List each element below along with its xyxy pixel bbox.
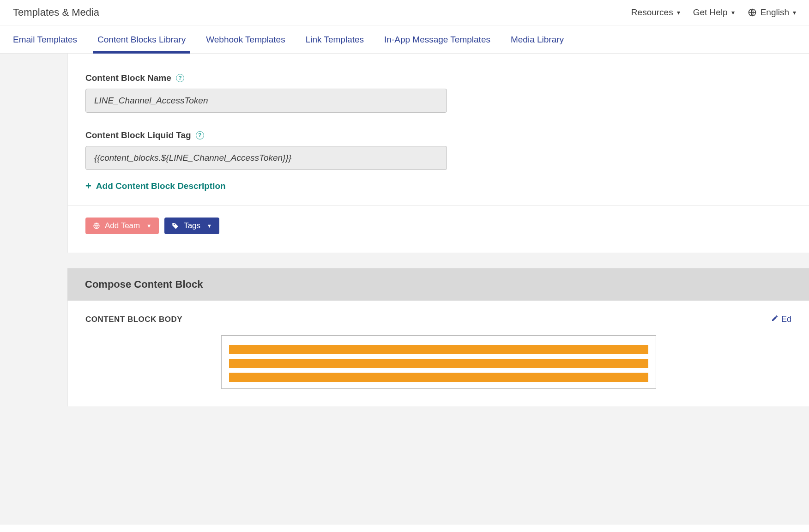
add-description-label: Add Content Block Description — [96, 181, 226, 191]
plus-icon: + — [85, 180, 91, 192]
compose-body-row: CONTENT BLOCK BODY Ed — [85, 314, 791, 324]
liquid-field-label-row: Content Block Liquid Tag ? — [85, 130, 204, 140]
liquid-tag-input[interactable]: {{content_blocks.${LINE_Channel_AccessTo… — [85, 146, 447, 170]
tab-in-app-message-templates[interactable]: In-App Message Templates — [384, 25, 490, 53]
redacted-line — [229, 373, 648, 382]
content-block-form: Content Block Name ? LINE_Channel_Access… — [67, 54, 809, 205]
redacted-line — [229, 345, 648, 354]
content-preview[interactable] — [221, 335, 656, 389]
caret-down-icon: ▼ — [146, 223, 151, 229]
get-help-menu[interactable]: Get Help ▾ — [693, 7, 735, 18]
tab-media-library[interactable]: Media Library — [511, 25, 564, 53]
help-icon[interactable]: ? — [176, 74, 184, 82]
add-team-label: Add Team — [105, 221, 140, 230]
name-field-label: Content Block Name — [85, 73, 171, 83]
page-title: Templates & Media — [13, 6, 99, 18]
caret-down-icon: ▼ — [207, 223, 212, 229]
chevron-down-icon: ▾ — [677, 9, 680, 16]
name-field-label-row: Content Block Name ? — [85, 73, 184, 83]
help-icon[interactable]: ? — [196, 131, 204, 139]
tab-webhook-templates[interactable]: Webhook Templates — [206, 25, 285, 53]
compose-heading: Compose Content Block — [67, 268, 809, 301]
add-description-button[interactable]: + Add Content Block Description — [85, 180, 226, 192]
tags-label: Tags — [184, 221, 200, 230]
compose-body: CONTENT BLOCK BODY Ed — [67, 301, 809, 406]
globe-icon — [93, 222, 100, 230]
content-block-body-label: CONTENT BLOCK BODY — [85, 315, 182, 324]
tab-email-templates[interactable]: Email Templates — [13, 25, 77, 53]
edit-label: Ed — [781, 314, 791, 324]
add-team-button[interactable]: Add Team ▼ — [85, 218, 159, 234]
tabs-bar: Email Templates Content Blocks Library W… — [0, 25, 809, 54]
topbar: Templates & Media Resources ▾ Get Help ▾… — [0, 0, 809, 25]
name-input[interactable]: LINE_Channel_AccessToken — [85, 89, 447, 113]
redacted-line — [229, 359, 648, 368]
topbar-right: Resources ▾ Get Help ▾ English ▾ — [631, 7, 796, 18]
liquid-field-label: Content Block Liquid Tag — [85, 130, 191, 140]
globe-icon — [748, 8, 757, 17]
resources-label: Resources — [631, 7, 673, 18]
edit-button[interactable]: Ed — [771, 314, 791, 324]
tab-content-blocks-library[interactable]: Content Blocks Library — [97, 25, 186, 53]
chevron-down-icon: ▾ — [793, 9, 796, 16]
language-menu[interactable]: English ▾ — [748, 7, 796, 18]
pencil-icon — [771, 314, 779, 324]
language-label: English — [761, 7, 789, 18]
page-body: Content Block Name ? LINE_Channel_Access… — [0, 54, 809, 525]
resources-menu[interactable]: Resources ▾ — [631, 7, 680, 18]
tab-link-templates[interactable]: Link Templates — [306, 25, 364, 53]
toolbar-row: Add Team ▼ Tags ▼ — [67, 205, 809, 253]
chevron-down-icon: ▾ — [731, 9, 735, 16]
tag-icon — [172, 222, 179, 230]
get-help-label: Get Help — [693, 7, 728, 18]
tags-button[interactable]: Tags ▼ — [164, 218, 219, 234]
